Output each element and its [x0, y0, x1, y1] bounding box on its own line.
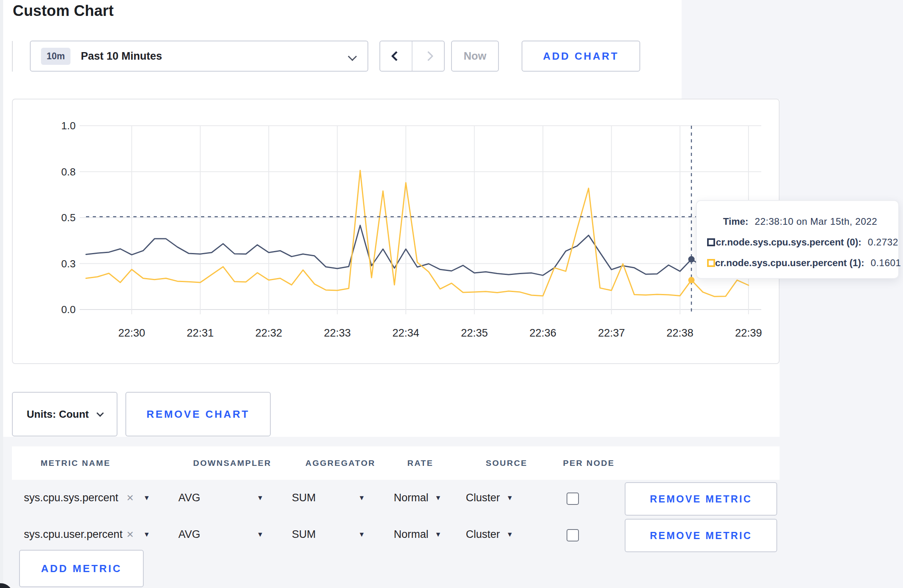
time-range-badge: 10m: [41, 48, 70, 65]
col-header-rate: RATE: [407, 458, 434, 468]
add-metric-button[interactable]: ADD METRIC: [19, 550, 144, 587]
rate-select[interactable]: Normal: [394, 528, 428, 541]
chart-tooltip: Time: 22:38:10 on Mar 15th, 2022 cr.node…: [696, 200, 899, 279]
dropdown-caret-icon[interactable]: ▼: [257, 494, 264, 502]
dropdown-caret-icon[interactable]: ▼: [257, 531, 264, 539]
tooltip-series-value: 0.1601: [871, 257, 901, 269]
dropdown-caret-icon[interactable]: ▼: [506, 531, 513, 539]
col-header-aggregator: AGGREGATOR: [305, 458, 375, 468]
time-range-dropdown[interactable]: 10m Past 10 Minutes: [30, 41, 368, 72]
chevron-right-icon: [423, 51, 433, 61]
aggregator-select[interactable]: SUM: [292, 492, 316, 504]
units-dropdown[interactable]: Units: Count: [12, 392, 117, 436]
col-header-source: SOURCE: [486, 458, 528, 468]
clear-metric-icon[interactable]: ×: [127, 528, 134, 541]
chart-card: [12, 99, 780, 364]
dropdown-caret-icon[interactable]: ▼: [143, 494, 150, 502]
next-range-button[interactable]: [412, 41, 444, 71]
tooltip-series-label: cr.node.sys.cpu.sys.percent (0):: [716, 237, 861, 248]
background-panel: [682, 0, 903, 99]
background-panel: [780, 99, 903, 588]
metrics-table-header: METRIC NAME DOWNSAMPLER AGGREGATOR RATE …: [12, 446, 780, 480]
chevron-left-icon: [391, 51, 401, 61]
tooltip-time-value: 22:38:10 on Mar 15th, 2022: [755, 216, 878, 227]
clear-metric-icon[interactable]: ×: [127, 491, 134, 504]
rate-select[interactable]: Normal: [394, 492, 428, 504]
now-button[interactable]: Now: [451, 41, 499, 72]
sys-series-swatch-icon: [707, 238, 715, 246]
source-select[interactable]: Cluster: [466, 528, 500, 541]
prev-range-button[interactable]: [380, 41, 412, 71]
time-range-label: Past 10 Minutes: [81, 50, 162, 62]
chevron-down-icon: [348, 52, 357, 61]
chevron-down-icon: [96, 409, 104, 417]
toolbar-divider: [12, 41, 13, 72]
metric-row: sys.cpu.user.percent × ▼ AVG ▼ SUM ▼ Nor…: [0, 519, 780, 552]
remove-metric-button[interactable]: REMOVE METRIC: [625, 482, 777, 516]
metric-name-select[interactable]: sys.cpu.user.percent: [24, 528, 123, 541]
metric-row: sys.cpu.sys.percent × ▼ AVG ▼ SUM ▼ Norm…: [0, 482, 780, 516]
col-header-downsampler: DOWNSAMPLER: [193, 458, 272, 468]
tooltip-time-label: Time:: [723, 216, 749, 227]
tooltip-series-row: cr.node.sys.cpu.user.percent (1): 0.1601: [707, 254, 898, 272]
user-series-swatch-icon: [707, 259, 715, 267]
aggregator-select[interactable]: SUM: [292, 528, 316, 541]
tooltip-series-row: cr.node.sys.cpu.sys.percent (0): 0.2732: [707, 234, 898, 251]
downsampler-select[interactable]: AVG: [178, 528, 200, 541]
dropdown-caret-icon[interactable]: ▼: [358, 531, 365, 539]
source-select[interactable]: Cluster: [466, 492, 500, 504]
per-node-checkbox[interactable]: [567, 529, 579, 541]
remove-metric-button[interactable]: REMOVE METRIC: [625, 519, 777, 552]
tooltip-series-value: 0.2732: [868, 237, 898, 248]
col-header-per-node: PER NODE: [563, 458, 615, 468]
metric-name-select[interactable]: sys.cpu.sys.percent: [24, 492, 118, 504]
tooltip-series-label: cr.node.sys.cpu.user.percent (1):: [715, 257, 864, 269]
dropdown-caret-icon[interactable]: ▼: [506, 494, 513, 502]
dropdown-caret-icon[interactable]: ▼: [143, 531, 150, 539]
dropdown-caret-icon[interactable]: ▼: [435, 494, 442, 502]
tooltip-time-row: Time: 22:38:10 on Mar 15th, 2022: [707, 213, 898, 230]
per-node-checkbox[interactable]: [567, 493, 579, 505]
dropdown-caret-icon[interactable]: ▼: [435, 531, 442, 539]
remove-chart-button[interactable]: REMOVE CHART: [125, 392, 271, 436]
page-title: Custom Chart: [13, 2, 114, 19]
add-chart-button[interactable]: ADD CHART: [522, 41, 640, 72]
units-label: Units: Count: [27, 408, 89, 421]
col-header-metric-name: METRIC NAME: [41, 458, 111, 468]
dropdown-caret-icon[interactable]: ▼: [358, 494, 365, 502]
downsampler-select[interactable]: AVG: [178, 492, 200, 504]
time-pager: [379, 41, 445, 72]
